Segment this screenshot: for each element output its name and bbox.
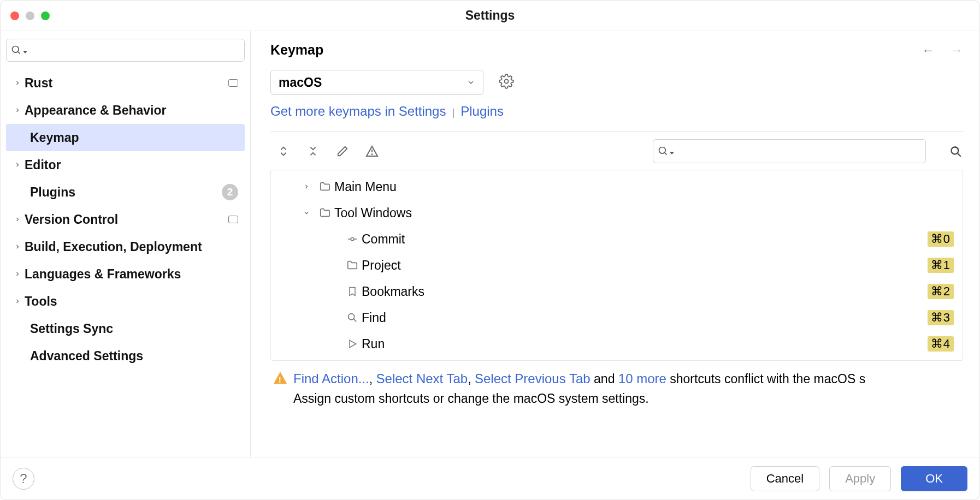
- update-count-badge: 2: [222, 184, 238, 200]
- folder-icon: [316, 207, 334, 219]
- chevron-right-icon: [10, 243, 25, 250]
- scheme-actions-gear-icon[interactable]: [499, 74, 514, 92]
- folder-icon: [343, 259, 362, 271]
- action-tree[interactable]: Main MenuTool WindowsCommit⌘0Project⌘1Bo…: [270, 170, 963, 361]
- expand-all-icon[interactable]: [276, 144, 291, 159]
- search-icon: [11, 45, 22, 56]
- sidebar-item-advanced-settings[interactable]: Advanced Settings: [6, 342, 245, 370]
- sidebar-item-languages-frameworks[interactable]: Languages & Frameworks: [6, 260, 245, 288]
- scheme-row: macOS: [270, 70, 963, 95]
- titlebar: Settings: [1, 1, 979, 31]
- svg-point-5: [659, 147, 666, 154]
- keymap-toolbar: [270, 131, 963, 170]
- pane-header: Keymap ← →: [270, 42, 963, 58]
- keymap-search-input[interactable]: [677, 145, 921, 158]
- folder-icon: [316, 181, 334, 193]
- conflict-link-find-action[interactable]: Find Action...: [293, 371, 369, 386]
- conflict-link-next-tab[interactable]: Select Next Tab: [376, 371, 468, 386]
- close-window-icon[interactable]: [10, 11, 19, 20]
- pane-title: Keymap: [270, 42, 323, 58]
- sidebar-item-build-execution-deployment[interactable]: Build, Execution, Deployment: [6, 233, 245, 260]
- find-by-shortcut-icon[interactable]: [948, 144, 963, 159]
- tree-row-label: Main Menu: [334, 180, 954, 194]
- conflict-warning: Find Action..., Select Next Tab, Select …: [270, 361, 963, 408]
- chevron-right-icon: [10, 271, 25, 277]
- sidebar-item-settings-sync[interactable]: Settings Sync: [6, 315, 245, 342]
- minimize-window-icon[interactable]: [26, 11, 34, 20]
- forward-icon[interactable]: →: [950, 43, 963, 58]
- svg-point-12: [349, 314, 355, 320]
- sidebar-item-appearance-behavior[interactable]: Appearance & Behavior: [6, 97, 245, 124]
- conflict-link-prev-tab[interactable]: Select Previous Tab: [475, 371, 591, 386]
- search-icon: [658, 146, 669, 157]
- svg-line-6: [665, 153, 667, 155]
- sidebar-item-plugins[interactable]: Plugins2: [6, 178, 245, 206]
- commit-icon: [343, 233, 362, 245]
- help-button[interactable]: ?: [13, 468, 34, 490]
- sidebar-item-label: Editor: [25, 158, 61, 172]
- sidebar-item-keymap[interactable]: Keymap: [6, 124, 245, 151]
- sidebar-item-label: Keymap: [30, 130, 79, 145]
- plugins-link[interactable]: Plugins: [461, 104, 504, 118]
- traffic-lights: [10, 11, 50, 20]
- history-nav: ← →: [922, 43, 963, 58]
- tree-row-label: Project: [362, 258, 928, 273]
- get-more-keymaps-link[interactable]: Get more keymaps in Settings: [270, 104, 446, 118]
- tree-action[interactable]: Bookmarks⌘2: [271, 278, 963, 305]
- keymap-scheme-select[interactable]: macOS: [270, 70, 483, 95]
- sidebar-item-tools[interactable]: Tools: [6, 288, 245, 315]
- keymap-pane: Keymap ← → macOS Get more ke: [251, 31, 979, 457]
- project-level-icon: [228, 79, 238, 87]
- svg-line-13: [354, 319, 357, 322]
- sidebar-item-rust[interactable]: Rust: [6, 69, 245, 97]
- shortcut-badge: ⌘3: [928, 310, 954, 325]
- chevron-right-icon: [10, 298, 25, 305]
- bookmark-icon: [343, 285, 362, 297]
- tree-action[interactable]: Commit⌘0: [271, 226, 963, 252]
- sidebar-item-editor[interactable]: Editor: [6, 151, 245, 178]
- cancel-button[interactable]: Cancel: [751, 466, 819, 491]
- tree-action[interactable]: Run⌘4: [271, 331, 963, 357]
- shortcut-badge: ⌘2: [928, 284, 954, 299]
- collapse-all-icon[interactable]: [305, 144, 321, 159]
- svg-line-1: [18, 52, 20, 54]
- sidebar-item-label: Settings Sync: [30, 322, 113, 336]
- chevron-right-icon: [10, 216, 25, 223]
- tree-action[interactable]: Project⌘1: [271, 252, 963, 278]
- apply-button[interactable]: Apply: [829, 466, 891, 491]
- shortcut-badge: ⌘0: [928, 231, 954, 247]
- chevron-down-icon: [297, 210, 316, 216]
- ok-button[interactable]: OK: [901, 466, 967, 491]
- tree-action[interactable]: Find⌘3: [271, 305, 963, 331]
- sidebar-item-label: Version Control: [25, 212, 118, 227]
- conflicts-warning-icon[interactable]: [364, 144, 380, 159]
- settings-search[interactable]: [6, 39, 245, 62]
- svg-marker-14: [350, 340, 356, 347]
- search-icon: [343, 312, 362, 324]
- get-more-keymaps-row: Get more keymaps in Settings | Plugins: [270, 104, 963, 119]
- sidebar: RustAppearance & BehaviorKeymapEditorPlu…: [1, 31, 251, 457]
- search-history-chevron-icon[interactable]: [670, 152, 674, 154]
- search-history-chevron-icon[interactable]: [23, 51, 27, 53]
- conflict-link-more[interactable]: 10 more: [618, 371, 666, 386]
- sidebar-item-version-control[interactable]: Version Control: [6, 206, 245, 233]
- tree-row-label: Commit: [362, 232, 928, 247]
- chevron-right-icon: [10, 80, 25, 86]
- tree-row-label: Find: [362, 311, 928, 325]
- keymap-search[interactable]: [653, 139, 926, 163]
- zoom-window-icon[interactable]: [41, 11, 50, 20]
- chevron-right-icon: [10, 107, 25, 114]
- sidebar-item-label: Plugins: [30, 185, 75, 200]
- svg-point-9: [351, 237, 354, 241]
- window-title: Settings: [1, 8, 979, 23]
- run-icon: [343, 338, 362, 349]
- chevron-down-icon: [467, 75, 475, 90]
- settings-search-input[interactable]: [31, 44, 240, 57]
- tree-row-label: Run: [362, 337, 928, 352]
- edit-shortcut-icon[interactable]: [335, 144, 350, 159]
- back-icon[interactable]: ←: [922, 43, 935, 58]
- svg-point-4: [372, 154, 373, 154]
- tree-row-label: Tool Windows: [334, 206, 954, 221]
- tree-folder[interactable]: Tool Windows: [271, 200, 963, 226]
- tree-folder[interactable]: Main Menu: [271, 174, 963, 200]
